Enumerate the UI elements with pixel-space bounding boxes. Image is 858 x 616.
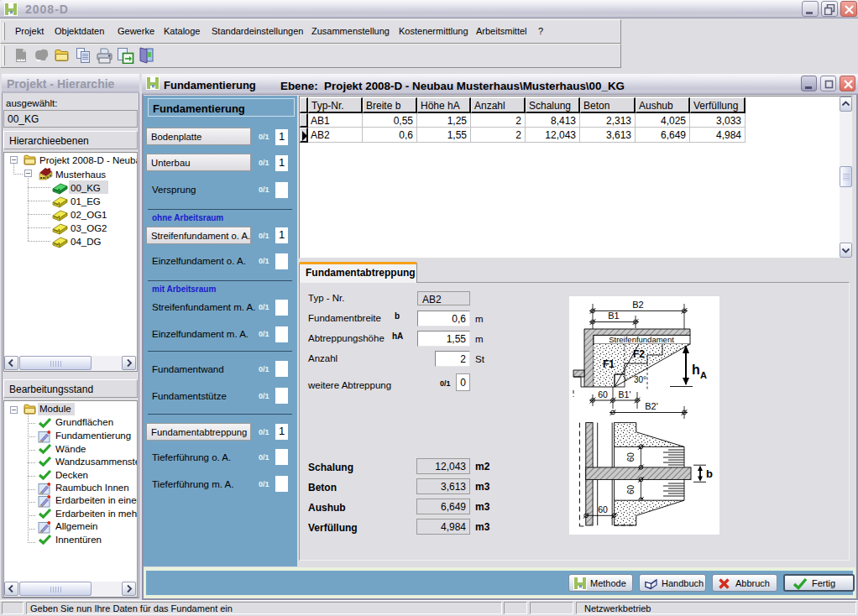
svg-text:F2: F2 (633, 348, 645, 360)
svg-text:30°: 30° (634, 375, 646, 384)
svg-text:A: A (700, 370, 707, 380)
svg-text:60: 60 (598, 389, 608, 399)
svg-text:h: h (692, 363, 700, 377)
svg-text:B1: B1 (608, 311, 619, 321)
svg-text:Streifenfundament: Streifenfundament (609, 335, 674, 344)
svg-text:B2': B2' (645, 401, 658, 411)
svg-text:B1': B1' (619, 389, 631, 399)
svg-text:60: 60 (598, 504, 608, 514)
svg-text:b: b (706, 467, 713, 480)
svg-text:60: 60 (626, 452, 636, 462)
svg-text:60: 60 (626, 485, 636, 495)
svg-text:B2: B2 (632, 300, 643, 310)
svg-text:F1: F1 (603, 358, 615, 370)
